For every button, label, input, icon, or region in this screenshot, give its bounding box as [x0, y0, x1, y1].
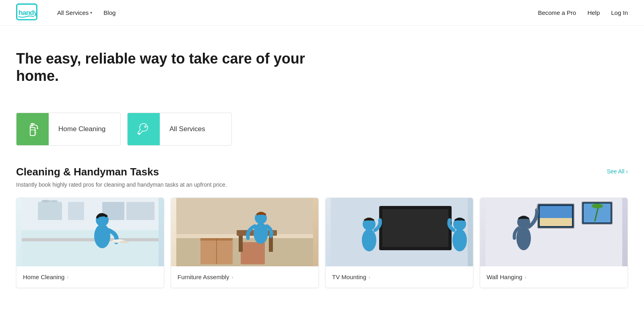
svg-point-44 [452, 229, 467, 251]
all-services-icon-box [128, 113, 160, 145]
section-subtitle: Instantly book highly rated pros for cle… [16, 181, 628, 188]
hero-title: The easy, reliable way to take care of y… [16, 50, 338, 84]
tasks-section: Cleaning & Handyman Tasks See All › Inst… [0, 158, 644, 304]
svg-rect-34 [269, 236, 273, 252]
task-chevron-icon-4: › [525, 275, 526, 280]
svg-rect-40 [382, 209, 448, 247]
become-pro-label: Become a Pro [538, 9, 576, 16]
section-title: Cleaning & Handyman Tasks [16, 166, 159, 178]
task-label-tv-mounting: TV Mounting › [326, 266, 473, 288]
see-all-chevron-icon: › [626, 168, 628, 175]
svg-rect-31 [241, 242, 265, 264]
spray-bottle-icon [25, 120, 41, 138]
task-label-wall-hanging: Wall Hanging › [480, 266, 627, 288]
svg-line-56 [537, 205, 538, 210]
see-all-label: See All [607, 168, 625, 175]
task-image-wall-hanging [480, 198, 627, 266]
help-link[interactable]: Help [587, 9, 600, 16]
svg-point-24 [120, 241, 129, 243]
svg-point-17 [41, 200, 51, 202]
login-label: Log In [611, 9, 628, 16]
svg-point-18 [50, 200, 58, 202]
blog-nav-label: Blog [103, 9, 116, 16]
svg-rect-14 [68, 202, 84, 220]
home-cleaning-selector-card[interactable]: Home Cleaning [16, 113, 121, 146]
svg-rect-16 [126, 202, 155, 220]
task-chevron-icon: › [67, 275, 68, 280]
svg-text:handy: handy [19, 8, 38, 16]
service-selector: Home Cleaning All Services [0, 101, 644, 158]
become-pro-link[interactable]: Become a Pro [538, 9, 576, 16]
task-grid: Home Cleaning › [16, 198, 628, 288]
all-services-nav-link[interactable]: All Services ▾ [57, 9, 92, 16]
svg-rect-19 [22, 238, 159, 241]
logo[interactable]: handy [16, 3, 44, 23]
svg-rect-50 [540, 218, 572, 226]
svg-rect-3 [30, 128, 35, 136]
task-image-furniture-assembly [171, 198, 318, 266]
svg-rect-26 [176, 198, 313, 234]
task-image-tv-mounting [326, 198, 473, 266]
help-label: Help [587, 9, 600, 16]
task-chevron-icon-3: › [369, 275, 370, 280]
svg-rect-4 [30, 129, 35, 131]
task-card-home-cleaning[interactable]: Home Cleaning › [16, 198, 164, 288]
blog-nav-link[interactable]: Blog [103, 9, 116, 16]
navbar: handy All Services ▾ Blog Become a Pro H… [0, 0, 644, 26]
nav-right: Become a Pro Help Log In [538, 9, 628, 16]
section-header-left: Cleaning & Handyman Tasks [16, 166, 159, 178]
task-label-home-cleaning: Home Cleaning › [17, 266, 164, 288]
svg-rect-49 [540, 206, 572, 218]
see-all-link[interactable]: See All › [607, 168, 628, 175]
all-services-selector-card[interactable]: All Services [127, 113, 232, 146]
task-label-furniture-assembly: Furniture Assembly › [171, 266, 318, 288]
task-chevron-icon-2: › [231, 275, 233, 280]
task-card-wall-hanging[interactable]: Wall Hanging › [480, 198, 628, 288]
svg-point-53 [592, 204, 603, 208]
hero-section: The easy, reliable way to take care of y… [0, 26, 644, 101]
dropdown-arrow-icon: ▾ [90, 10, 92, 15]
all-services-selector-label: All Services [160, 125, 215, 133]
login-link[interactable]: Log In [611, 9, 628, 16]
svg-point-6 [37, 128, 38, 129]
wrench-icon [136, 120, 152, 138]
svg-rect-33 [239, 236, 243, 252]
svg-point-21 [94, 224, 110, 248]
task-card-furniture-assembly[interactable]: Furniture Assembly › [171, 198, 319, 288]
task-card-tv-mounting[interactable]: TV Mounting › [325, 198, 473, 288]
home-cleaning-selector-label: Home Cleaning [49, 125, 115, 133]
task-image-home-cleaning [17, 198, 164, 266]
svg-rect-13 [38, 202, 62, 220]
home-cleaning-icon-box [17, 113, 49, 145]
svg-point-10 [138, 133, 140, 134]
section-header: Cleaning & Handyman Tasks See All › [16, 166, 628, 178]
svg-point-42 [362, 229, 376, 251]
nav-left: All Services ▾ Blog [57, 9, 538, 16]
all-services-nav-label: All Services [57, 9, 89, 16]
